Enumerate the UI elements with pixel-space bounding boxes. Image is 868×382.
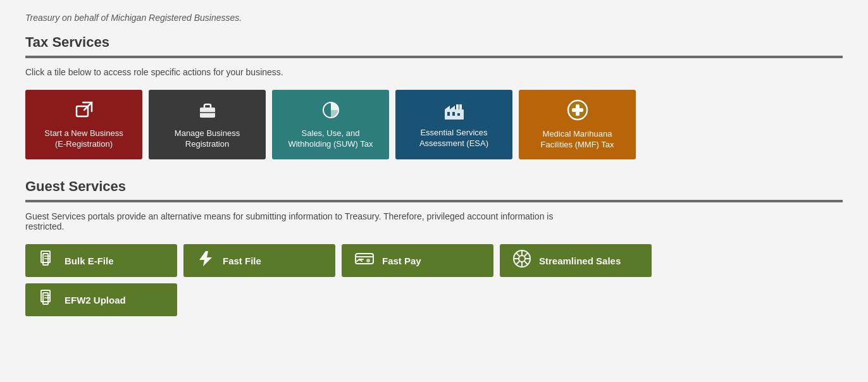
top-text: Treasury on behalf of Michigan Registere… <box>25 13 843 23</box>
svg-marker-21 <box>199 251 212 266</box>
svg-line-35 <box>516 261 520 265</box>
streamlined-sales-icon <box>512 249 531 272</box>
guest-services-section: Guest Services Guest Services portals pr… <box>25 178 843 316</box>
guest-services-title: Guest Services <box>25 178 843 195</box>
tax-services-title: Tax Services <box>25 34 843 51</box>
tax-services-divider <box>25 56 843 58</box>
tile-start-new-business-label: Start a New Business(E-Registration) <box>44 128 123 150</box>
efw2-upload-button[interactable]: EFW2 Upload <box>25 283 177 316</box>
tile-manage-business-label: Manage BusinessRegistration <box>175 128 240 150</box>
svg-rect-11 <box>452 112 455 116</box>
svg-rect-8 <box>456 104 459 109</box>
guest-services-description: Guest Services portals provide an altern… <box>25 211 563 231</box>
svg-rect-10 <box>447 112 450 116</box>
svg-marker-6 <box>445 106 450 109</box>
tile-manage-business[interactable]: Manage BusinessRegistration <box>149 90 266 159</box>
bulk-efile-icon <box>38 250 57 271</box>
svg-rect-18 <box>43 254 48 265</box>
svg-rect-16 <box>572 108 583 112</box>
tile-esa-label: Essential ServicesAssessment (ESA) <box>419 128 488 149</box>
svg-rect-37 <box>43 293 48 304</box>
factory-icon <box>443 101 465 123</box>
tile-esa[interactable]: Essential ServicesAssessment (ESA) <box>395 90 512 159</box>
briefcase-icon <box>197 100 218 123</box>
tile-start-new-business[interactable]: Start a New Business(E-Registration) <box>25 90 142 159</box>
svg-rect-9 <box>459 104 462 109</box>
fast-pay-icon <box>354 251 375 270</box>
bulk-efile-label: Bulk E-File <box>65 256 114 266</box>
fast-pay-button[interactable]: Fast Pay <box>342 244 493 277</box>
svg-line-34 <box>524 253 528 257</box>
svg-line-33 <box>524 261 528 265</box>
tax-services-description: Click a tile below to access role specif… <box>25 67 843 77</box>
fast-file-label: Fast File <box>223 256 261 266</box>
fast-pay-label: Fast Pay <box>382 256 421 266</box>
svg-rect-12 <box>457 113 460 116</box>
fast-file-icon <box>196 250 215 271</box>
svg-point-27 <box>519 256 525 262</box>
bulk-efile-button[interactable]: Bulk E-File <box>25 244 177 277</box>
tile-suw-label: Sales, Use, andWithholding (SUW) Tax <box>288 128 373 150</box>
medical-cross-icon <box>567 99 588 124</box>
svg-rect-22 <box>356 254 373 264</box>
guest-services-divider <box>25 200 843 202</box>
tax-services-section: Tax Services Click a tile below to acces… <box>25 34 843 159</box>
guest-buttons-row2: EFW2 Upload <box>25 283 843 316</box>
streamlined-sales-label: Streamlined Sales <box>539 256 621 266</box>
pie-chart-icon <box>321 100 341 123</box>
external-link-icon <box>74 100 94 123</box>
guest-buttons-row1: Bulk E-File Fast File <box>25 244 843 277</box>
svg-point-24 <box>366 259 370 262</box>
tax-tiles-row: Start a New Business(E-Registration) Man… <box>25 90 843 159</box>
tile-suw-tax[interactable]: Sales, Use, andWithholding (SUW) Tax <box>272 90 389 159</box>
svg-marker-7 <box>450 106 455 109</box>
svg-line-32 <box>516 253 520 257</box>
streamlined-sales-button[interactable]: Streamlined Sales <box>500 244 652 277</box>
efw2-upload-label: EFW2 Upload <box>65 295 126 305</box>
fast-file-button[interactable]: Fast File <box>183 244 335 277</box>
tile-mmf-tax[interactable]: Medical MarihuanaFacilities (MMF) Tax <box>519 90 636 159</box>
tile-mmf-label: Medical MarihuanaFacilities (MMF) Tax <box>540 129 614 151</box>
efw2-upload-icon <box>38 289 57 311</box>
